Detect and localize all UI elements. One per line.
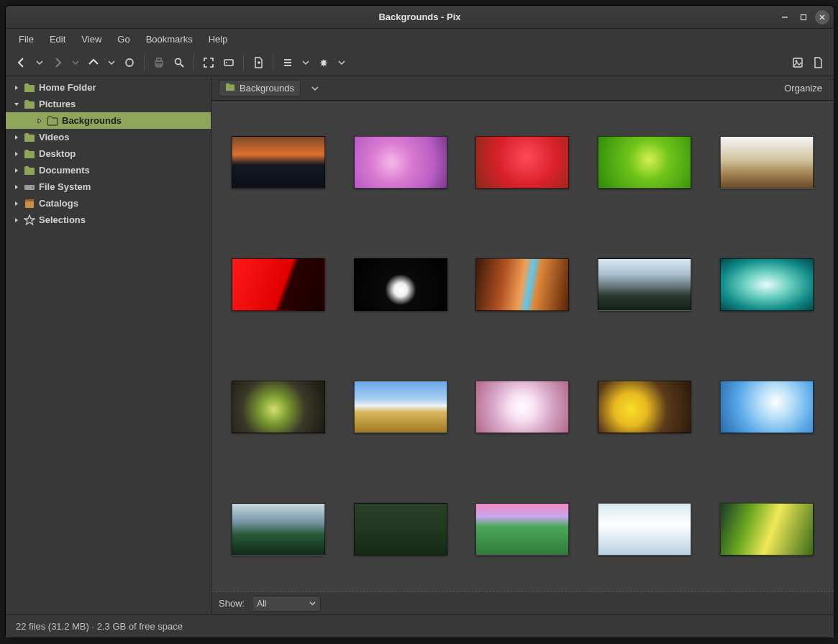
thumbnail[interactable]: [720, 381, 814, 433]
thumbnail[interactable]: [598, 136, 691, 189]
up-history-dropdown[interactable]: [104, 53, 119, 73]
back-history-dropdown[interactable]: [32, 53, 47, 73]
forward-history-dropdown[interactable]: [68, 53, 83, 73]
thumbnail[interactable]: [475, 503, 569, 555]
filter-select[interactable]: All: [252, 596, 321, 612]
svg-rect-6: [157, 58, 161, 61]
back-button[interactable]: [12, 53, 32, 73]
stop-reload-button[interactable]: [119, 53, 140, 73]
folder-icon: [46, 115, 59, 127]
thumbnail[interactable]: [232, 503, 325, 555]
chevron-right-icon[interactable]: [12, 83, 22, 93]
tree-row-catalogs[interactable]: Catalogs: [6, 195, 211, 212]
thumbnail[interactable]: [354, 258, 447, 311]
chevron-down-icon[interactable]: [12, 99, 22, 109]
search-button[interactable]: [169, 53, 189, 73]
thumbnail[interactable]: [354, 503, 447, 555]
thumbnail-cell: [706, 360, 828, 453]
chevron-down-icon: [309, 600, 316, 607]
chevron-right-icon[interactable]: [12, 215, 22, 225]
thumbnail[interactable]: [354, 136, 447, 189]
tools-dropdown[interactable]: [334, 53, 350, 73]
tree-row-backgrounds[interactable]: Backgrounds: [6, 112, 211, 129]
thumbnail-cell: [462, 360, 584, 453]
menu-edit[interactable]: Edit: [42, 31, 73, 47]
thumbnail[interactable]: [598, 258, 691, 311]
thumbnail[interactable]: [475, 258, 569, 311]
filter-value: All: [257, 599, 266, 609]
tree-row-videos[interactable]: Videos: [6, 129, 211, 145]
tree-row-documents[interactable]: Documents: [6, 162, 211, 178]
slideshow-button[interactable]: [219, 53, 239, 73]
svg-rect-17: [24, 185, 35, 190]
close-button[interactable]: [815, 10, 829, 24]
menu-help[interactable]: Help: [201, 31, 235, 47]
tree-label: File System: [39, 181, 91, 192]
view-mode-button[interactable]: [278, 53, 298, 73]
menu-go[interactable]: Go: [110, 31, 137, 47]
thumbnail-cell: [706, 237, 828, 331]
thumbnail[interactable]: [598, 503, 691, 555]
thumbnail-cell: [583, 360, 706, 453]
chevron-right-icon[interactable]: [12, 132, 22, 142]
svg-rect-7: [157, 64, 161, 67]
chevron-right-icon[interactable]: [35, 116, 45, 126]
chevron-right-icon[interactable]: [12, 199, 22, 209]
tree-label: Catalogs: [39, 198, 78, 209]
sidebar[interactable]: Home FolderPicturesBackgroundsVideosDesk…: [6, 76, 211, 614]
chevron-right-icon[interactable]: [12, 182, 22, 192]
tree-label: Desktop: [39, 148, 76, 159]
new-file-button[interactable]: [248, 53, 268, 73]
menu-file[interactable]: File: [12, 31, 41, 47]
status-text: 22 files (31.2 MB) · 2.3 GB of free spac…: [16, 621, 183, 632]
thumbnail-cell: [462, 237, 584, 331]
folder-documents-icon: [23, 165, 36, 176]
up-button[interactable]: [83, 53, 104, 73]
thumbnail[interactable]: [354, 381, 447, 433]
tree-label: Selections: [39, 214, 86, 225]
tree-row-pictures[interactable]: Pictures: [6, 96, 211, 112]
tree-label: Backgrounds: [62, 115, 122, 126]
thumbnail[interactable]: [475, 381, 569, 433]
thumbnail[interactable]: [720, 503, 814, 555]
location-bar: Backgrounds Organize: [211, 76, 834, 101]
tree-row-selections[interactable]: Selections: [6, 212, 211, 228]
properties-button[interactable]: [788, 53, 808, 73]
thumbnail[interactable]: [598, 381, 691, 433]
menubar: FileEditViewGoBookmarksHelp: [6, 29, 834, 49]
window-controls: [778, 6, 829, 29]
svg-point-18: [32, 186, 33, 188]
thumbnail[interactable]: [475, 136, 569, 189]
maximize-button[interactable]: [796, 10, 811, 24]
fullscreen-button[interactable]: [199, 53, 219, 73]
minimize-button[interactable]: [778, 10, 792, 24]
tree-row-home-folder[interactable]: Home Folder: [6, 79, 211, 96]
location-chip[interactable]: Backgrounds: [219, 80, 301, 96]
thumbnail-cell: [706, 115, 828, 209]
chevron-right-icon[interactable]: [12, 165, 22, 176]
menu-view[interactable]: View: [74, 31, 109, 47]
thumbnail[interactable]: [720, 136, 814, 189]
print-button[interactable]: [149, 53, 169, 73]
catalog-icon: [23, 198, 36, 209]
organize-button[interactable]: Organize: [780, 80, 826, 96]
forward-button[interactable]: [47, 53, 68, 73]
location-dropdown[interactable]: [306, 80, 324, 97]
filter-bar: Show: All: [211, 591, 834, 614]
menu-bookmarks[interactable]: Bookmarks: [139, 31, 200, 47]
toolbar: [6, 49, 834, 76]
tree-row-file-system[interactable]: File System: [6, 178, 211, 195]
chevron-right-icon[interactable]: [12, 149, 22, 159]
thumbnail[interactable]: [232, 258, 325, 311]
folder-desktop-icon: [23, 148, 36, 160]
view-mode-dropdown[interactable]: [298, 53, 314, 73]
tools-button[interactable]: [314, 53, 334, 73]
svg-line-2: [820, 15, 824, 19]
edit-image-button[interactable]: [808, 53, 828, 73]
thumbnail[interactable]: [720, 258, 814, 311]
thumbnail[interactable]: [232, 381, 325, 433]
thumbnail[interactable]: [232, 136, 325, 189]
tree-row-desktop[interactable]: Desktop: [6, 145, 211, 162]
thumbnail-cell: [217, 360, 340, 453]
thumbnail-grid-container[interactable]: [211, 101, 834, 591]
